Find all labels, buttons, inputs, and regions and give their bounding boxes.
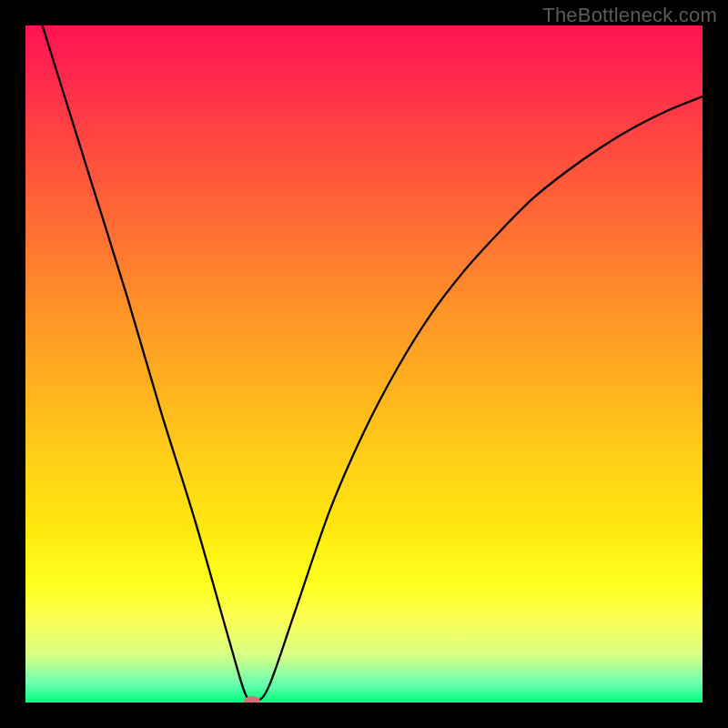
chart-frame: TheBottleneck.com xyxy=(0,0,728,728)
plot-area xyxy=(25,25,703,703)
bottleneck-curve xyxy=(25,25,703,703)
curve-layer xyxy=(25,25,703,703)
watermark-label: TheBottleneck.com xyxy=(542,4,717,27)
optimal-point-marker xyxy=(244,696,260,703)
